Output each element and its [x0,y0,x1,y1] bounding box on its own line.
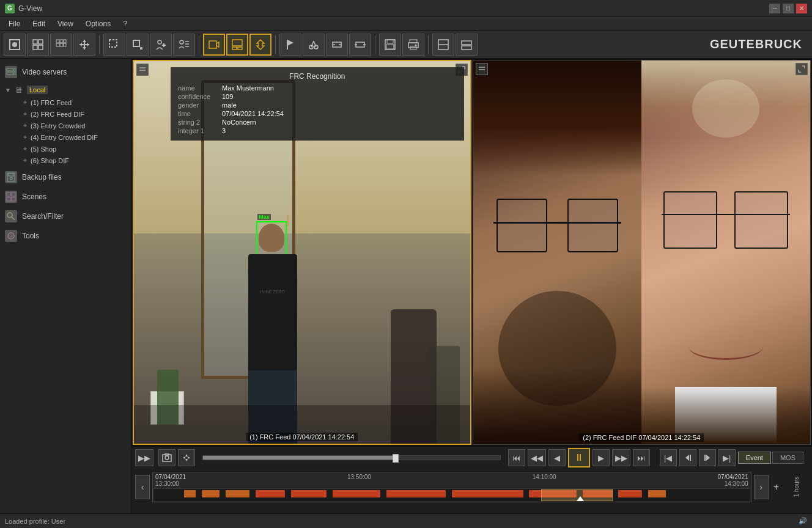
pan-button[interactable] [73,34,95,56]
timeline-nav-right[interactable]: › [754,475,769,499]
menu-edit[interactable]: Edit [26,18,51,29]
svg-rect-55 [462,46,471,50]
camera-layout-button[interactable] [226,34,248,56]
step-forward-button[interactable]: ▶ [592,449,610,466]
video-panel-2[interactable]: (2) FRC Feed DIF 07/04/2021 14:22:54 [473,60,811,445]
svg-rect-31 [232,47,237,50]
print-button[interactable] [402,34,424,56]
sidebar-item-cam2[interactable]: ⌖ (2) FRC Feed DIF [0,108,131,120]
rect-select-button[interactable] [103,34,125,56]
svg-point-51 [415,44,417,46]
expand-local-icon: ▼ [5,87,11,94]
sidebar-item-cam1[interactable]: ⌖ (1) FRC Feed [0,97,131,108]
skip-forward-button[interactable]: ▶▶ [612,449,630,466]
skip-back-button[interactable]: ◀◀ [528,449,546,466]
rect-draw-button[interactable] [127,34,149,56]
event-bar-12 [648,490,666,497]
video-servers-label: Video servers [22,68,67,76]
sidebar-item-cam4[interactable]: ⌖ (4) Entry Crowded DIF [0,131,131,143]
sidebar-item-cam6[interactable]: ⌖ (6) Shop DIF [0,155,131,166]
go-start-button[interactable]: |◀ [660,449,677,466]
camera-record-button[interactable] [203,34,225,56]
timeline-zoom-plus[interactable]: + [771,482,781,493]
event-bar-4 [256,490,286,497]
save-button[interactable] [379,34,401,56]
panel-arrow-button[interactable]: ▶▶ [135,449,153,466]
frc-val-time: 07/04/2021 14:22:54 [222,110,284,117]
panel1-menu-btn[interactable] [136,64,149,76]
svg-rect-4 [33,45,37,50]
menu-file[interactable]: File [2,18,26,29]
mos-button[interactable]: MOS [772,452,803,464]
menu-options[interactable]: Options [79,18,117,29]
svg-rect-9 [56,43,59,46]
panel2-menu-btn[interactable] [476,63,488,75]
svg-rect-65 [7,197,10,201]
stretch-in-button[interactable] [326,34,348,56]
video-panel-1[interactable]: FRC Recognition name Max Mustermann conf… [133,60,471,445]
contract-button[interactable] [456,34,478,56]
volume-icon[interactable]: 🔊 [799,517,807,525]
pause-button[interactable]: ⏸ [568,448,590,468]
timeline-nav-left[interactable]: ‹ [135,475,150,499]
toolbar-group-camera [203,34,271,56]
go-end-button[interactable]: ▶| [718,449,736,466]
single-view-button[interactable] [4,34,26,56]
svg-rect-54 [462,41,471,45]
sidebar-item-cam3[interactable]: ⌖ (3) Entry Crowded [0,120,131,131]
svg-marker-82 [183,457,185,459]
frc-row-time: time 07/04/2021 14:22:54 [178,110,457,117]
menu-help[interactable]: ? [117,18,133,29]
quad-view-button[interactable] [27,34,49,56]
event-button[interactable]: Event [738,452,771,464]
maximize-button[interactable]: □ [783,4,794,13]
svg-marker-86 [706,455,710,461]
progress-track[interactable] [202,455,501,460]
toolbar-group-save [379,34,424,56]
tl-label-left: 07/04/2021 13:30:00 [155,474,186,487]
sidebar-section-backup[interactable]: Backup files [0,167,131,187]
timeline-container[interactable]: 07/04/2021 13:30:00 13:50:00 14:10:00 07… [152,472,751,502]
cut-button[interactable] [303,34,325,56]
svg-point-21 [158,40,161,44]
face-photo-right [641,61,810,444]
video-area: FRC Recognition name Max Mustermann conf… [131,59,812,513]
person-add-button[interactable] [150,34,172,56]
sidebar-item-cam5[interactable]: ⌖ (5) Shop [0,143,131,155]
flag-button[interactable] [279,34,301,56]
skip-back-fast-button[interactable]: ⏮ [508,449,525,466]
frc-row-confidence: confidence 109 [178,93,457,100]
panel2-expand-btn[interactable] [795,63,808,75]
person-list-button[interactable] [173,34,195,56]
multi-view-button[interactable] [50,34,72,56]
minimize-button[interactable]: ─ [769,4,780,13]
sidebar-section-scenes[interactable]: Scenes [0,187,131,207]
svg-rect-5 [39,45,43,50]
stretch-out-button[interactable] [349,34,371,56]
expand-button[interactable] [432,34,454,56]
svg-rect-46 [387,40,393,43]
step-back-button[interactable]: ◀ [548,449,566,466]
event-bar-5 [291,490,327,497]
sidebar-section-tools[interactable]: Tools [0,226,131,246]
tree-item-local-parent[interactable]: ▼ 🖥 Local [0,83,131,97]
toolbar-group-layout [4,34,95,56]
frc-val-gender: male [222,101,237,109]
close-button[interactable]: ✕ [796,4,807,13]
sidebar-section-search[interactable]: Search/Filter [0,207,131,226]
ptz-button[interactable] [178,449,195,466]
go-prev-event-button[interactable] [679,449,696,466]
go-next-event-button[interactable] [699,449,716,466]
svg-rect-32 [238,47,242,50]
menu-view[interactable]: View [51,18,79,29]
progress-thumb[interactable] [393,454,399,463]
snapshot-button[interactable] [158,449,175,466]
camera-move-button[interactable] [249,34,271,56]
face-photo-left [473,61,642,444]
sidebar-section-video-servers[interactable]: Video servers [0,62,131,82]
svg-rect-18 [109,40,117,47]
window-controls: ─ □ ✕ [769,4,807,13]
skip-forward-fast-button[interactable]: ⏭ [633,449,650,466]
frc-key-time: time [178,110,215,117]
event-bar-8 [452,490,523,497]
